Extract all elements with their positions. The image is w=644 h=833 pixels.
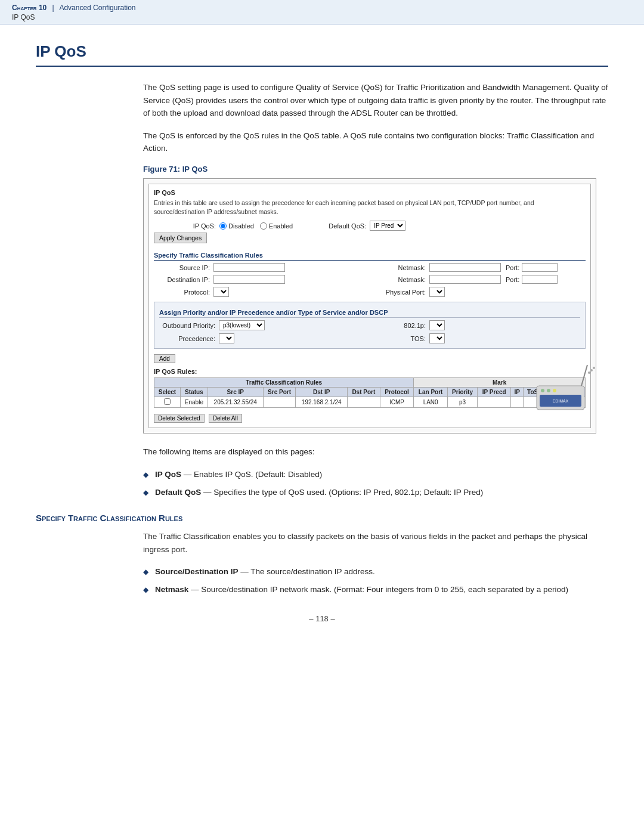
netmask1-label: Netmask: bbox=[370, 264, 429, 271]
outbound-priority-label: Outbound Priority: bbox=[159, 322, 219, 329]
bullet-1-text: — Enables IP QoS. (Default: Disabled) bbox=[184, 470, 322, 479]
dest-ip-label: Destination IP: bbox=[154, 276, 213, 283]
subsection-bullet-2: Netmask — Source/destination IP network … bbox=[143, 583, 608, 596]
protocol-col: Protocol: bbox=[154, 287, 370, 297]
tos-col: TOS: bbox=[370, 333, 580, 343]
subsection-bullet-1: Source/Destination IP — The source/desti… bbox=[143, 565, 608, 578]
protocol-label: Protocol: bbox=[154, 289, 213, 296]
row-ip-precd bbox=[478, 397, 511, 408]
intro-paragraph-1: The QoS setting page is used to configur… bbox=[143, 81, 608, 120]
bullet-2-bold: Default QoS bbox=[155, 488, 201, 497]
dest-ip-input[interactable] bbox=[213, 275, 285, 284]
tos-select[interactable] bbox=[429, 333, 445, 343]
netmask1-input[interactable] bbox=[429, 263, 501, 272]
figure-caption: Figure 71: IP QoS bbox=[143, 165, 608, 174]
enabled-radio-label[interactable]: Enabled bbox=[260, 222, 293, 230]
ip-qos-row: IP QoS: Disabled Enabled Default QoS: IP… bbox=[154, 221, 586, 231]
col-ip-precd: IP Precd bbox=[478, 388, 511, 397]
port2-input[interactable] bbox=[522, 275, 558, 284]
apply-changes-wrapper: Apply Changes bbox=[154, 233, 586, 247]
row-priority: p3 bbox=[447, 397, 477, 408]
port1-input[interactable] bbox=[522, 263, 558, 272]
default-qos-label: Default QoS: bbox=[329, 222, 366, 230]
port1-label: Port: bbox=[506, 264, 519, 271]
col-lan-port: Lan Port bbox=[414, 388, 448, 397]
separator: | bbox=[52, 4, 54, 12]
row-protocol: ICMP bbox=[380, 397, 414, 408]
priority-form-grid: Outbound Priority: p3(lowest) p2 p1 p0(h… bbox=[159, 320, 580, 345]
main-content: IP QoS The QoS setting page is used to c… bbox=[0, 24, 644, 647]
netmask2-col: Netmask: Port: bbox=[370, 275, 586, 284]
disabled-label: Disabled bbox=[228, 222, 254, 230]
bullet-1-bold: IP QoS bbox=[155, 470, 181, 479]
subsection-title: Specify Traffic Classification Rules bbox=[36, 513, 608, 523]
col-status: Status bbox=[180, 388, 208, 397]
row-status: Enable bbox=[180, 397, 208, 408]
outbound-priority-col: Outbound Priority: p3(lowest) p2 p1 p0(h… bbox=[159, 320, 370, 330]
precedence-label: Precedence: bbox=[159, 335, 219, 342]
priority-section-header: Assign Priority and/or IP Precedence and… bbox=[159, 309, 580, 318]
svg-point-8 bbox=[547, 389, 550, 392]
netmask2-input[interactable] bbox=[429, 275, 501, 284]
bullet-2-text: — Specifies the type of QoS used. (Optio… bbox=[203, 488, 483, 497]
add-button[interactable]: Add bbox=[154, 354, 175, 363]
row-checkbox[interactable] bbox=[164, 398, 171, 405]
dot1p-select[interactable] bbox=[429, 320, 445, 330]
row-src-port bbox=[263, 397, 296, 408]
disabled-radio[interactable] bbox=[219, 222, 227, 230]
svg-point-7 bbox=[541, 389, 544, 392]
page-title: IP QoS bbox=[36, 42, 608, 67]
enabled-label: Enabled bbox=[269, 222, 293, 230]
physical-port-select[interactable] bbox=[429, 287, 445, 297]
apply-changes-button[interactable]: Apply Changes bbox=[154, 233, 207, 243]
delete-all-button[interactable]: Delete All bbox=[209, 414, 242, 423]
source-ip-input[interactable] bbox=[213, 263, 285, 272]
sub-bullet-1-bold: Source/Destination IP bbox=[155, 567, 239, 576]
row-src-ip: 205.21.32.55/24 bbox=[208, 397, 263, 408]
chapter-title: Advanced Configuration bbox=[59, 4, 135, 12]
col-src-ip: Src IP bbox=[208, 388, 263, 397]
col-dst-port: Dst Port bbox=[347, 388, 380, 397]
main-bullet-list: IP QoS — Enables IP QoS. (Default: Disab… bbox=[143, 468, 608, 498]
row-select[interactable] bbox=[154, 397, 181, 408]
traffic-form-grid: Source IP: Netmask: Port: Destination IP… bbox=[154, 263, 586, 299]
bullet-item-1: IP QoS — Enables IP QoS. (Default: Disab… bbox=[143, 468, 608, 481]
delete-selected-button[interactable]: Delete Selected bbox=[154, 414, 205, 423]
sub-bullet-1-text: — The source/destination IP address. bbox=[240, 567, 374, 576]
ip-qos-label: IP QoS: bbox=[154, 222, 219, 230]
chapter-label: Chapter 10 bbox=[12, 4, 47, 12]
traffic-classification-header: Specify Traffic Classification Rules bbox=[154, 252, 586, 261]
col-select: Select bbox=[154, 388, 181, 397]
svg-point-3 bbox=[590, 369, 593, 371]
col-dst-ip: Dst IP bbox=[296, 388, 348, 397]
netmask1-col: Netmask: Port: bbox=[370, 263, 586, 272]
default-qos-group: Default QoS: IP Pred 802.1p bbox=[329, 221, 405, 231]
netmask2-label: Netmask: bbox=[370, 276, 429, 283]
dot1p-col: 802.1p: bbox=[370, 320, 580, 330]
disabled-radio-label[interactable]: Disabled bbox=[219, 222, 254, 230]
sub-label: IP QoS bbox=[12, 13, 632, 21]
figure-inner: IP QoS Entries in this table are used to… bbox=[148, 184, 591, 428]
figure-title: IP QoS bbox=[154, 189, 586, 196]
router-illustration: EDIMAX bbox=[519, 362, 596, 422]
col-protocol: Protocol bbox=[380, 388, 414, 397]
svg-line-1 bbox=[581, 365, 587, 386]
source-ip-label: Source IP: bbox=[154, 264, 213, 271]
outbound-priority-select[interactable]: p3(lowest) p2 p1 p0(highest) bbox=[219, 320, 265, 330]
subsection-bullet-list: Source/Destination IP — The source/desti… bbox=[143, 565, 608, 596]
protocol-select[interactable] bbox=[213, 287, 229, 297]
default-qos-select[interactable]: IP Pred 802.1p bbox=[370, 221, 405, 231]
chapter-line: Chapter 10 | Advanced Configuration bbox=[12, 4, 632, 12]
following-text: The following items are displayed on thi… bbox=[143, 445, 608, 459]
figure-description: Entries in this table are used to assign… bbox=[154, 199, 586, 216]
precedence-col: Precedence: bbox=[159, 333, 370, 343]
physical-port-label: Physical Port: bbox=[370, 289, 429, 296]
enabled-radio[interactable] bbox=[260, 222, 267, 230]
row-lan-port: LAN0 bbox=[414, 397, 448, 408]
source-ip-col: Source IP: bbox=[154, 263, 370, 272]
precedence-select[interactable] bbox=[219, 333, 234, 343]
svg-point-9 bbox=[553, 389, 556, 392]
svg-point-4 bbox=[593, 367, 595, 369]
traffic-classification-header-cell: Traffic Classification Rules bbox=[154, 378, 414, 388]
ip-qos-radio-group: Disabled Enabled bbox=[219, 222, 293, 230]
